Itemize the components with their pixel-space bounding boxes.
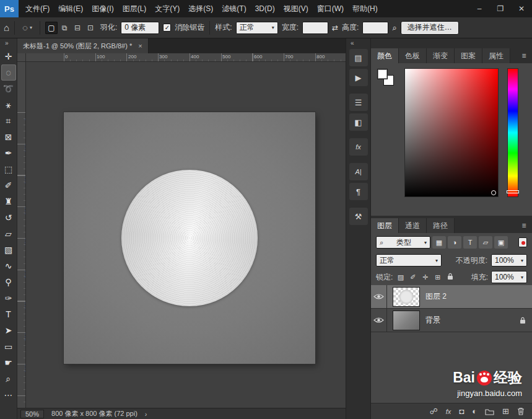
pen-tool[interactable]: ✑ [1,290,16,306]
history-brush-tool[interactable]: ↺ [1,210,16,226]
swap-dimensions-icon[interactable]: ⇄ [332,24,338,32]
menu-edit[interactable]: 编辑(E) [54,0,87,17]
status-options-chevron[interactable]: › [145,410,147,418]
hue-slider-marker[interactable] [507,190,519,193]
adjustment-layer-icon[interactable]: ◐ [472,407,477,416]
layer-thumbnail[interactable] [393,287,420,307]
menu-help[interactable]: 帮助(H) [348,0,382,17]
rectangle-tool[interactable]: ▭ [1,338,16,355]
lock-artboard-icon[interactable]: ⊞ [433,273,442,281]
color-picker-marker[interactable] [491,190,496,195]
style-select[interactable]: 正常 ▾ [236,22,278,34]
layer-filter-toggle[interactable] [518,237,527,247]
menu-select[interactable]: 选择(S) [184,0,217,17]
menu-window[interactable]: 窗口(W) [313,0,348,17]
close-button[interactable]: ✕ [511,0,532,17]
dodge-tool[interactable]: ⚲ [1,274,16,290]
feather-input[interactable]: 0 像素 [121,22,159,34]
tool-presets-panel-icon[interactable]: ⚒ [349,208,368,225]
height-input[interactable] [362,22,388,34]
smudge-tool[interactable]: ∿ [1,258,16,274]
magic-wand-tool[interactable]: ⚹ [1,97,16,113]
hue-slider[interactable] [507,68,518,197]
zoom-tool[interactable]: ⌕ [1,371,16,387]
layer-name[interactable]: 背景 [425,315,440,325]
maximize-button[interactable]: ❐ [490,0,511,17]
document-canvas[interactable] [64,112,315,364]
filter-image-layers-icon[interactable]: ▦ [432,236,446,249]
brush-tool[interactable]: ✐ [1,177,16,193]
foreground-color-swatch[interactable] [377,69,388,79]
intersect-selection-button[interactable]: ⊡ [84,22,97,34]
select-and-mask-button[interactable]: 选择并遮住… [401,21,459,35]
elliptical-marquee-tool[interactable]: ◌ [1,64,16,81]
new-group-icon[interactable] [485,408,494,415]
tab-properties[interactable]: 属性 [482,48,510,63]
layer-thumbnail[interactable] [393,311,420,330]
adjustments-panel-icon[interactable]: ◧ [349,113,368,131]
filter-adjustment-layers-icon[interactable]: ◑ [448,236,461,249]
layer-row-layer2[interactable]: 图层 2 [371,285,532,309]
close-tab-icon[interactable]: × [138,42,142,50]
layer-name[interactable]: 图层 2 [425,291,447,302]
home-icon[interactable]: ⌂ [4,22,9,33]
canvas[interactable] [26,62,346,408]
expand-panels-icon[interactable]: « [346,38,370,48]
document-tab[interactable]: 未标题-1 @ 50% (图层 2, RGB/8#) * × [17,38,149,53]
eraser-tool[interactable]: ▱ [1,226,16,242]
visibility-toggle[interactable] [371,309,387,332]
panel-menu-icon[interactable]: ≡ [516,218,532,233]
paragraph-panel-icon[interactable]: ¶ [349,183,368,200]
vertical-ruler[interactable]: 0 100 200 300 400 500 600 700 800 [17,62,26,408]
new-selection-button[interactable]: ▢ [45,22,58,34]
tab-gradients[interactable]: 渐变 [427,48,455,63]
lock-transparent-pixels-icon[interactable]: ▨ [396,273,405,281]
layer-filter-type-select[interactable]: ⌕ 类型 ▾ [376,236,430,249]
filter-smart-objects-icon[interactable]: ▣ [494,236,508,249]
layer-row-background[interactable]: 背景 [371,309,532,332]
menu-filter[interactable]: 滤镜(T) [217,0,250,17]
move-tool[interactable]: ✛ [1,48,16,64]
eyedropper-tool[interactable]: ✒ [1,145,16,161]
fill-select[interactable]: 100% ▾ [491,271,527,283]
filter-type-layers-icon[interactable]: T [463,236,477,249]
tab-channels[interactable]: 通道 [399,218,427,233]
visibility-toggle[interactable] [371,285,387,308]
history-panel-icon[interactable]: ▤ [349,49,368,66]
tab-color[interactable]: 颜色 [371,48,399,63]
hand-tool[interactable]: ☛ [1,355,16,371]
magnifier-icon[interactable]: ⌕ [392,23,396,33]
minimize-button[interactable]: – [469,0,490,17]
path-selection-tool[interactable]: ➤ [1,322,16,338]
blend-mode-select[interactable]: 正常 ▾ [376,254,442,267]
properties-panel-icon[interactable]: ☰ [349,94,368,111]
menu-layer[interactable]: 图层(L) [118,0,151,17]
character-panel-icon[interactable]: A| [349,163,368,180]
lock-all-icon[interactable] [445,273,455,281]
type-tool[interactable]: T [1,306,16,322]
actions-panel-icon[interactable]: ▶ [349,69,368,86]
menu-image[interactable]: 图像(I) [87,0,118,17]
tab-layers[interactable]: 图层 [371,218,399,233]
menu-view[interactable]: 视图(V) [279,0,313,17]
frame-tool[interactable]: ⊠ [1,129,16,145]
current-tool-preview[interactable]: ◌ ▾ [20,21,35,34]
add-to-selection-button[interactable]: ⧉ [58,22,71,34]
new-layer-icon[interactable]: ⊞ [502,407,509,416]
clone-stamp-tool[interactable]: ♜ [1,193,16,210]
layer-styles-icon[interactable]: fx [446,408,451,415]
delete-layer-icon[interactable] [517,407,525,415]
horizontal-ruler[interactable]: 0 100 200 300 400 500 600 700 800 [26,53,346,62]
lock-position-icon[interactable]: ✛ [421,273,430,281]
link-layers-icon[interactable]: ☍ [430,407,438,416]
width-input[interactable] [302,22,328,34]
zoom-level-input[interactable]: 50% [20,410,44,418]
crop-tool[interactable]: ⌗ [1,113,16,129]
antialias-checkbox[interactable]: ✓ [163,24,171,32]
menu-file[interactable]: 文件(F) [21,0,54,17]
subtract-from-selection-button[interactable]: ⊟ [71,22,84,34]
menu-3d[interactable]: 3D(D) [251,0,279,17]
tab-swatches[interactable]: 色板 [399,48,427,63]
menu-type[interactable]: 文字(Y) [150,0,184,17]
styles-panel-icon[interactable]: fx [349,138,368,156]
